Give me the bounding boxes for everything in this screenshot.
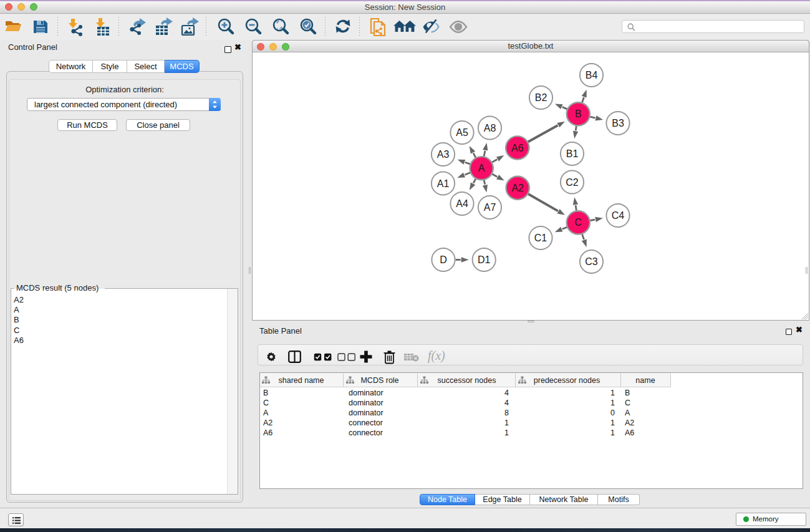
svg-text:A2: A2 [511,183,524,193]
svg-text:A7: A7 [484,202,496,213]
svg-text:A5: A5 [456,127,468,138]
svg-text:A3: A3 [437,149,450,160]
svg-text:B: B [575,109,582,119]
svg-text:D: D [440,254,447,265]
svg-text:C: C [575,217,582,228]
svg-text:B4: B4 [586,70,598,80]
svg-text:A8: A8 [484,123,496,133]
svg-text:C3: C3 [585,256,598,267]
svg-text:A4: A4 [456,198,468,209]
svg-text:A: A [478,163,485,173]
svg-text:D1: D1 [478,254,491,265]
svg-text:B2: B2 [535,92,547,103]
svg-text:C1: C1 [534,233,547,243]
svg-text:C4: C4 [612,210,625,221]
svg-text:B1: B1 [566,148,579,159]
svg-text:A1: A1 [437,178,450,189]
svg-text:A6: A6 [511,143,524,153]
svg-text:B3: B3 [612,118,624,128]
svg-text:C2: C2 [566,177,579,188]
